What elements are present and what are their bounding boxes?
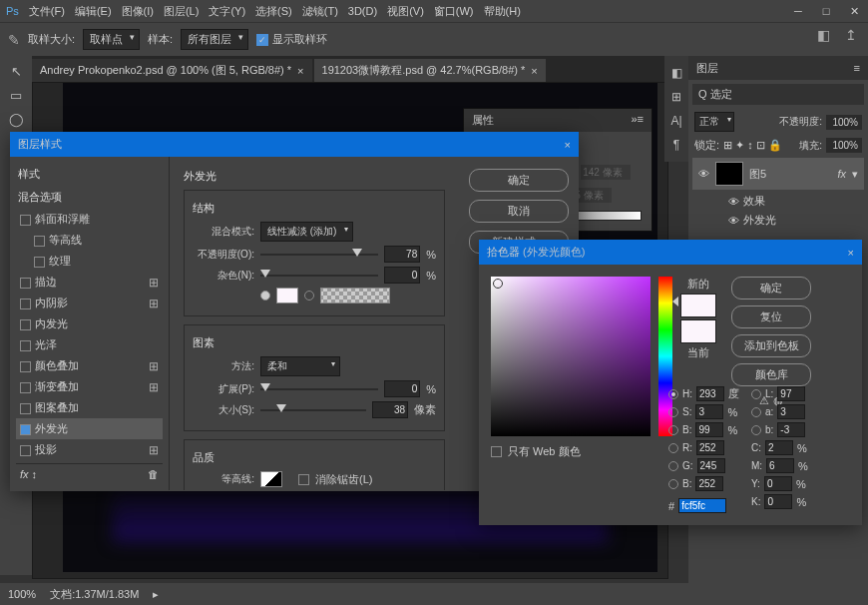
menu-window[interactable]: 窗口(W): [434, 4, 474, 19]
eye-icon[interactable]: 👁: [728, 215, 739, 227]
gradient-swatch[interactable]: [320, 288, 390, 303]
layer-outerglow-row[interactable]: 👁外发光: [688, 211, 868, 230]
ok-button[interactable]: 确定: [731, 277, 811, 300]
k-input[interactable]: [764, 494, 792, 509]
style-item-8[interactable]: 渐变叠加⊞: [16, 376, 163, 397]
style-item-5[interactable]: 内发光: [16, 313, 163, 334]
para-panel-icon[interactable]: ¶: [666, 134, 686, 156]
add-swatch-button[interactable]: 添加到色板: [731, 334, 811, 357]
window-close[interactable]: ✕: [840, 0, 868, 22]
panel-menu-icon[interactable]: »≡: [631, 113, 644, 128]
sample-select[interactable]: 所有图层: [181, 29, 248, 50]
visibility-icon[interactable]: 👁: [698, 168, 709, 180]
search-icon[interactable]: ◧: [814, 26, 832, 44]
close-icon[interactable]: ×: [565, 139, 571, 151]
fx-menu-icon[interactable]: fx ↕: [20, 468, 37, 480]
c-input[interactable]: [765, 440, 793, 455]
menu-filter[interactable]: 滤镜(T): [302, 4, 338, 19]
menu-text[interactable]: 文字(Y): [209, 4, 245, 19]
color-radio[interactable]: [260, 291, 270, 301]
style-item-0[interactable]: 斜面和浮雕: [16, 209, 163, 230]
s-radio[interactable]: [668, 407, 678, 417]
marquee-tool[interactable]: ▭: [3, 84, 29, 106]
style-item-7[interactable]: 颜色叠加⊞: [16, 355, 163, 376]
color-panel-icon[interactable]: ◧: [666, 62, 686, 84]
style-item-4[interactable]: 内阴影⊞: [16, 293, 163, 313]
noise-input[interactable]: 0: [384, 267, 420, 284]
layer-name[interactable]: 图5: [749, 167, 766, 182]
g-input[interactable]: [697, 458, 725, 473]
move-tool[interactable]: ↖: [3, 60, 29, 82]
style-item-2[interactable]: 纹理: [16, 251, 163, 272]
layer-thumbnail[interactable]: [715, 162, 743, 186]
menu-help[interactable]: 帮助(H): [484, 4, 521, 19]
h-input[interactable]: [696, 386, 724, 401]
styles-header[interactable]: 样式: [16, 163, 163, 186]
antialias-checkbox[interactable]: [298, 474, 309, 485]
lasso-tool[interactable]: ◯: [3, 108, 29, 130]
lock-icons[interactable]: ⊞ ✦ ↕ ⊡ 🔒: [723, 139, 782, 152]
cancel-button[interactable]: 取消: [469, 200, 569, 223]
style-item-3[interactable]: 描边⊞: [16, 272, 163, 293]
trash-icon[interactable]: 🗑: [148, 468, 159, 480]
blendmode-select[interactable]: 线性减淡 (添加): [260, 222, 353, 242]
a-radio[interactable]: [751, 407, 761, 417]
doc-size[interactable]: 文档:1.37M/1.83M: [50, 587, 139, 602]
blend-mode-select[interactable]: 正常: [694, 112, 734, 132]
window-minimize[interactable]: ─: [784, 0, 812, 22]
gradient-radio[interactable]: [304, 291, 314, 301]
m-input[interactable]: [766, 458, 794, 473]
b-radio[interactable]: [668, 425, 678, 435]
bb-radio[interactable]: [668, 479, 678, 489]
bb-input[interactable]: [695, 476, 723, 491]
eye-icon[interactable]: 👁: [728, 196, 739, 208]
hex-input[interactable]: [678, 498, 726, 513]
style-item-1[interactable]: 等高线: [16, 230, 163, 251]
eyedropper-icon[interactable]: ✎: [8, 32, 20, 48]
h-radio[interactable]: [668, 389, 678, 399]
layer-row[interactable]: 👁 图5 fx ▾: [692, 158, 864, 190]
layer-search[interactable]: Q 选定: [692, 84, 864, 105]
close-icon[interactable]: ×: [848, 247, 854, 259]
opacity-input[interactable]: 78: [384, 246, 420, 263]
size-input[interactable]: 38: [372, 401, 408, 418]
menu-3d[interactable]: 3D(D): [348, 5, 377, 17]
r-radio[interactable]: [668, 443, 678, 453]
menu-layer[interactable]: 图层(L): [164, 4, 199, 19]
menu-edit[interactable]: 编辑(E): [75, 4, 112, 19]
panel-menu-icon[interactable]: ≡: [854, 62, 860, 74]
ok-button[interactable]: 确定: [469, 169, 569, 192]
menu-select[interactable]: 选择(S): [255, 4, 292, 19]
web-only-checkbox[interactable]: [491, 446, 502, 457]
zoom-level[interactable]: 100%: [8, 588, 36, 600]
layer-effects-row[interactable]: 👁效果: [688, 192, 868, 211]
contour-picker[interactable]: [260, 471, 282, 487]
swatches-panel-icon[interactable]: ⊞: [666, 86, 686, 108]
l-input[interactable]: [777, 386, 805, 401]
s-input[interactable]: [695, 404, 723, 419]
g-radio[interactable]: [668, 461, 678, 471]
spread-slider[interactable]: [260, 383, 378, 395]
color-swatch[interactable]: [276, 288, 298, 303]
fx-badge[interactable]: fx: [837, 168, 846, 180]
style-item-11[interactable]: 投影⊞: [16, 439, 163, 460]
b-input[interactable]: [695, 422, 723, 437]
tab-doc-2[interactable]: 191203微博教程.psd @ 42.7%(RGB/8#) *×: [314, 59, 546, 82]
size-slider[interactable]: [260, 404, 366, 416]
l-radio[interactable]: [751, 389, 761, 399]
lab-b-radio[interactable]: [751, 425, 761, 435]
close-icon[interactable]: ×: [531, 65, 537, 77]
spread-input[interactable]: 0: [384, 380, 420, 397]
menu-image[interactable]: 图像(I): [122, 4, 154, 19]
opacity-value[interactable]: 100%: [826, 115, 862, 130]
menu-file[interactable]: 文件(F): [29, 4, 65, 19]
y-input[interactable]: [764, 476, 792, 491]
chevron-icon[interactable]: ▸: [153, 588, 159, 601]
close-icon[interactable]: ×: [297, 65, 303, 77]
show-ring-checkbox[interactable]: ✓显示取样环: [256, 32, 327, 47]
char-panel-icon[interactable]: A|: [666, 110, 686, 132]
noise-slider[interactable]: [260, 270, 378, 282]
layers-tab[interactable]: 图层: [696, 61, 718, 76]
lab-b-input[interactable]: [777, 422, 805, 437]
sample-size-select[interactable]: 取样点: [83, 29, 140, 50]
